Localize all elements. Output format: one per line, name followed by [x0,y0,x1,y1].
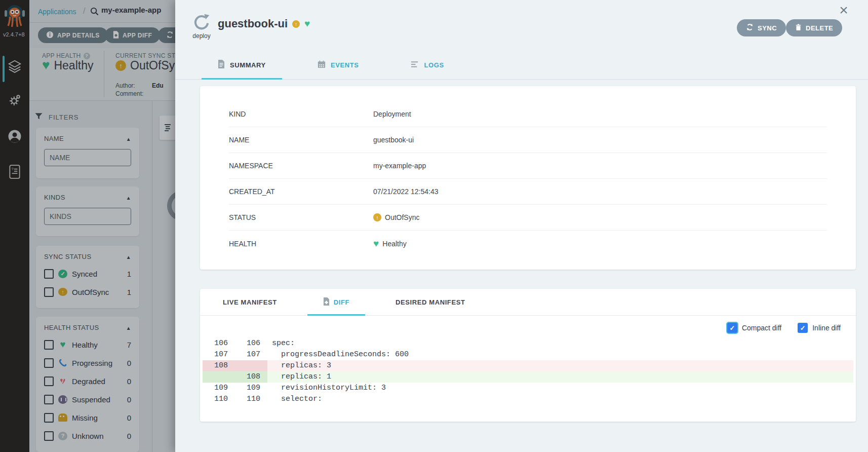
manifest-card: LIVE MANIFEST DIFF DESIRED MANIFEST Comp… [200,289,856,422]
refresh-icon [746,23,754,32]
summary-row: NAMESPACE my-example-app [229,153,827,179]
diff-line-number-left: 110 [203,394,235,405]
panel-tabs: SUMMARY EVENTS LOGS [175,51,868,80]
summary-card: KIND Deployment NAME guestbook-ui NAMESP… [200,86,856,270]
diff-line-number-right: 106 [235,338,267,349]
manifest-tabs: LIVE MANIFEST DIFF DESIRED MANIFEST [200,289,856,316]
resource-kind-label: deploy [190,32,213,40]
summary-row-value: 07/21/2022 12:54:43 [373,187,438,196]
diff-view: 106 106 spec: 107 107 progressDeadlineSe… [200,336,856,405]
summary-row-label: STATUS [229,213,373,221]
summary-row-label: HEALTH [229,240,373,248]
diff-code: spec: [267,338,853,349]
summary-row-label: KIND [229,110,373,118]
diff-line: 108 replicas: 1 [203,371,853,383]
diff-line-number-right: 110 [235,394,267,405]
inline-diff-checkbox[interactable] [798,323,808,333]
diff-line: 108 replicas: 3 [203,360,853,371]
delete-button[interactable]: DELETE [786,19,842,36]
resource-title: guestbook-ui [218,17,288,30]
summary-row-value: Healthy [382,240,406,248]
diff-line: 107 107 progressDeadlineSeconds: 600 [203,349,853,360]
summary-row-label: CREATED_AT [229,187,373,196]
diff-options: Compact diff Inline diff [200,316,856,336]
diff-line-number-left: 108 [203,360,235,371]
file-plus-icon [323,297,330,307]
deploy-icon [192,13,211,31]
tab-live-manifest[interactable]: LIVE MANIFEST [207,289,293,315]
summary-row: NAME guestbook-ui [229,127,827,153]
diff-line: 109 109 revisionHistoryLimit: 3 [203,383,853,394]
diff-line-number-right: 108 [235,371,267,383]
diff-line-number-left: 107 [203,349,235,360]
diff-line-number-right: 109 [235,383,267,394]
summary-row: KIND Deployment [229,101,827,127]
summary-row-label: NAME [229,136,373,144]
diff-line-number-left: 106 [203,338,235,349]
tab-desired-manifest[interactable]: DESIRED MANIFEST [380,289,481,315]
diff-code: revisionHistoryLimit: 3 [267,383,853,394]
summary-row-label: NAMESPACE [229,162,373,170]
summary-row-value: guestbook-ui [373,136,414,144]
tab-summary[interactable]: SUMMARY [202,51,282,79]
summary-row-value: Deployment [373,110,411,118]
summary-row-value: my-example-app [373,162,426,170]
logs-icon [411,61,419,69]
diff-gutter: 110 110 [203,394,267,405]
file-icon [218,60,225,70]
compact-diff-option: Compact diff [727,323,781,333]
diff-gutter: 109 109 [203,383,267,394]
summary-row: STATUS OutOfSync [229,205,827,231]
resource-panel: deploy guestbook-ui SYNC DELETE SUMMARY … [175,0,868,452]
tab-events[interactable]: EVENTS [301,51,375,79]
status-icon [373,213,381,221]
compact-diff-checkbox[interactable] [727,323,737,333]
diff-code: progressDeadlineSeconds: 600 [267,349,853,360]
summary-row: CREATED_AT 07/21/2022 12:54:43 [229,179,827,205]
trash-icon [795,24,802,32]
outofsync-badge-icon [292,20,300,28]
diff-code: selector: [267,394,853,405]
close-icon[interactable] [836,2,852,18]
diff-line: 106 106 spec: [203,338,853,349]
diff-line-number-left [203,371,235,383]
diff-gutter: 106 106 [203,338,267,349]
diff-gutter: 107 107 [203,349,267,360]
diff-code: replicas: 3 [267,360,853,371]
summary-row: HEALTH Healthy [229,231,827,256]
diff-gutter: 108 [203,360,267,371]
diff-line-number-right: 107 [235,349,267,360]
sync-button[interactable]: SYNC [737,19,786,36]
argocd-app: Applications / APP DETAILS APP DIFF SYNC… [0,0,868,452]
resource-kind-badge: deploy [190,13,213,40]
diff-gutter: 108 [203,371,267,383]
diff-code: replicas: 1 [267,371,853,383]
inline-diff-option: Inline diff [798,323,841,333]
healthy-badge-icon [304,18,310,29]
calendar-icon [318,60,326,70]
diff-line-number-left: 109 [203,383,235,394]
summary-row-value: OutOfSync [385,213,419,221]
diff-line: 110 110 selector: [203,394,853,405]
status-icon [373,240,379,248]
tab-logs[interactable]: LOGS [394,51,460,79]
diff-line-number-right [235,360,267,371]
tab-diff[interactable]: DIFF [307,289,365,315]
